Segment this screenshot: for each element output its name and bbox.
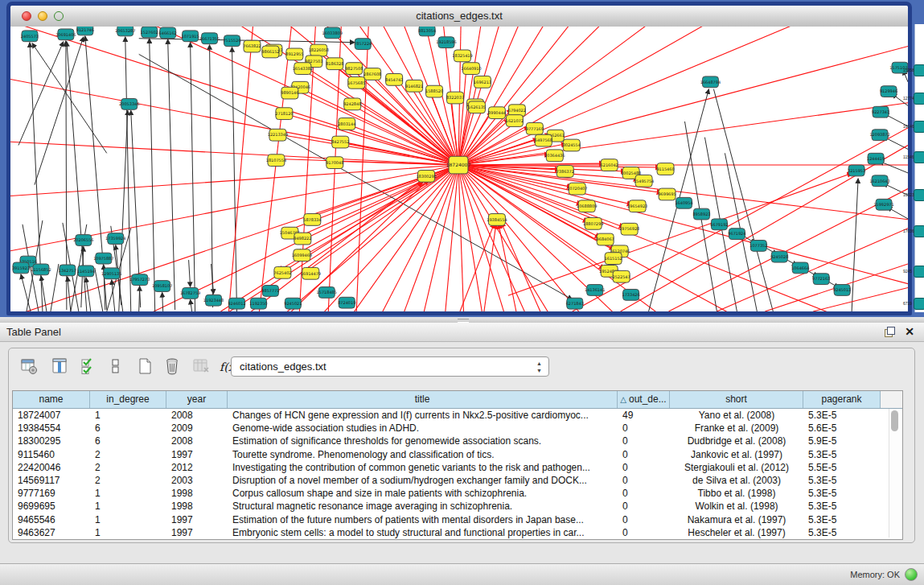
graph-node[interactable]: 2867608 xyxy=(363,68,381,80)
graph-node[interactable]: 16099469 xyxy=(292,249,312,262)
graph-node[interactable]: 16782759 xyxy=(180,288,200,299)
graph-node[interactable]: 18300295 xyxy=(416,170,436,182)
graph-node[interactable]: 1145194 xyxy=(77,266,95,277)
graph-node[interactable]: 14136141 xyxy=(585,285,605,296)
graph-node[interactable]: 11923448 xyxy=(203,295,224,306)
scrollbar-thumb[interactable] xyxy=(891,410,898,431)
table-row[interactable]: 977716911998Corpus callosum shape and si… xyxy=(13,487,902,500)
table-cell[interactable]: 0 xyxy=(618,501,670,512)
graph-node[interactable]: 9242848 xyxy=(343,98,361,110)
graph-node[interactable]: 9777169 xyxy=(526,122,544,134)
graph-node[interactable]: 9245028 xyxy=(770,251,788,262)
graph-node[interactable]: 18325419 xyxy=(452,50,472,62)
graph-node[interactable]: 20206556 xyxy=(73,235,93,246)
graph-node[interactable]: 15958 xyxy=(914,64,924,76)
table-cell[interactable]: de Silva et al. (2003) xyxy=(670,475,803,486)
graph-node[interactable]: 17359924 xyxy=(105,233,125,245)
graph-node[interactable]: 9498222 xyxy=(294,233,311,245)
table-cell[interactable]: 22420046 xyxy=(13,462,90,473)
graph-node[interactable]: 10653287 xyxy=(115,27,135,36)
graph-node[interactable]: 1588520 xyxy=(425,85,443,97)
table-settings-button[interactable] xyxy=(20,357,41,378)
graph-node[interactable]: 16543382 xyxy=(293,63,313,75)
table-row[interactable]: 2242004622012Investigating the contribut… xyxy=(13,461,902,474)
table-cell[interactable]: Nakamura et al. (1997) xyxy=(670,514,803,525)
graph-node[interactable]: 9827508 xyxy=(345,63,363,75)
graph-node[interactable]: 17036 xyxy=(914,225,924,237)
table-cell[interactable]: Corpus callosum shape and size in male p… xyxy=(228,488,618,499)
graph-node[interactable]: 1733426 xyxy=(622,289,640,300)
table-row[interactable]: 1456911722003Disruption of a novel membe… xyxy=(13,474,902,487)
table-cell[interactable]: 18300295 xyxy=(13,435,90,447)
table-cell[interactable]: Tibbo et al. (1998) xyxy=(670,488,803,499)
select-all-button[interactable] xyxy=(80,357,101,378)
graph-node[interactable]: 1615152 xyxy=(605,253,622,265)
graph-node[interactable]: 9245013 xyxy=(833,285,851,296)
table-cell[interactable]: 5.6E-5 xyxy=(803,422,881,434)
table-cell[interactable]: Embryonic stem cells: a model to study s… xyxy=(228,527,618,538)
graph-node[interactable]: 9170048 xyxy=(326,157,343,169)
column-header-title[interactable]: title xyxy=(228,391,618,408)
delete-column-button[interactable] xyxy=(163,357,184,378)
graph-node[interactable]: 16033809 xyxy=(322,27,343,39)
table-row[interactable]: 911546021997Tourette syndrome. Phenomeno… xyxy=(13,448,902,461)
table-cell[interactable]: 0 xyxy=(618,527,670,538)
graph-node[interactable]: 9772163 xyxy=(812,274,830,285)
table-cell[interactable]: 6 xyxy=(90,422,166,434)
table-cell[interactable]: Wolkin et al. (1998) xyxy=(670,501,803,512)
network-window-titlebar[interactable]: citations_edges.txt xyxy=(10,6,908,27)
memory-status-indicator[interactable] xyxy=(905,568,918,581)
graph-node[interactable]: 6271843 xyxy=(566,298,584,309)
graph-node[interactable]: 6497568 xyxy=(535,134,552,146)
column-header-pagerank[interactable]: pagerank xyxy=(803,391,881,408)
graph-node[interactable]: 18226058 xyxy=(309,44,329,56)
column-header-year[interactable]: year xyxy=(166,391,228,408)
table-row[interactable]: 946554611997Estimation of the future num… xyxy=(13,513,902,526)
graph-node[interactable]: 3024554 xyxy=(563,139,581,151)
table-cell[interactable]: 0 xyxy=(618,422,670,434)
table-cell[interactable]: 1998 xyxy=(166,501,228,512)
table-cell[interactable]: 1 xyxy=(90,514,166,525)
graph-node[interactable]: 16210643 xyxy=(869,175,889,187)
graph-node[interactable]: 8912955 xyxy=(285,48,303,60)
table-cell[interactable]: 1997 xyxy=(166,514,228,525)
graph-node[interactable]: 2803144 xyxy=(338,118,355,130)
graph-node[interactable]: 5878334 xyxy=(303,214,321,226)
table-cell[interactable]: 5.3E-5 xyxy=(803,514,881,525)
graph-node[interactable]: 11546 xyxy=(914,151,924,163)
graph-node[interactable]: 1342757 xyxy=(59,265,76,276)
table-cell[interactable]: Yano et al. (2008) xyxy=(670,410,803,421)
table-cell[interactable]: 1997 xyxy=(166,449,228,460)
graph-node[interactable]: 9699695 xyxy=(658,188,676,200)
graph-node[interactable]: 6679192 xyxy=(710,219,728,230)
graph-node[interactable]: 12774 xyxy=(914,93,924,105)
unselect-all-button[interactable] xyxy=(107,357,128,378)
graph-node[interactable]: 18807299 xyxy=(583,217,603,229)
graph-node[interactable]: 15495754 xyxy=(634,175,654,187)
graph-node[interactable]: 8813054 xyxy=(418,27,436,36)
table-cell[interactable]: 2 xyxy=(90,475,166,486)
table-cell[interactable]: 0 xyxy=(618,462,670,473)
graph-node[interactable]: 8186328 xyxy=(326,58,343,70)
graph-node[interactable]: 15992971 xyxy=(873,199,893,210)
table-cell[interactable]: 5.3E-5 xyxy=(803,410,881,421)
table-cell[interactable]: Estimation of the future numbers of pati… xyxy=(228,514,618,525)
table-cell[interactable]: 0 xyxy=(618,435,670,447)
table-row[interactable]: 1872400712008Changes of HCN gene express… xyxy=(13,409,902,422)
new-column-button[interactable] xyxy=(136,357,157,378)
graph-node[interactable]: 1064664 xyxy=(791,262,809,274)
graph-node[interactable]: 9227343 xyxy=(872,106,889,117)
graph-node[interactable]: 18724007 xyxy=(446,156,471,174)
graph-node[interactable]: 8990444 xyxy=(488,107,506,119)
graph-node[interactable]: 1640954 xyxy=(675,197,692,208)
table-cell[interactable]: 6 xyxy=(90,435,166,447)
graph-node[interactable]: 9146821 xyxy=(405,80,423,92)
graph-node[interactable]: 12093872 xyxy=(869,130,889,141)
graph-node[interactable]: 1621072 xyxy=(506,115,524,127)
table-cell[interactable]: 0 xyxy=(618,488,670,499)
table-row[interactable]: 1938455462009Genome-wide association stu… xyxy=(13,422,902,435)
graph-node[interactable]: 16640910 xyxy=(461,63,481,75)
graph-node[interactable]: 19654923 xyxy=(627,200,647,212)
table-cell[interactable]: 0 xyxy=(618,514,670,525)
graph-node[interactable]: 30691406 xyxy=(55,29,76,40)
